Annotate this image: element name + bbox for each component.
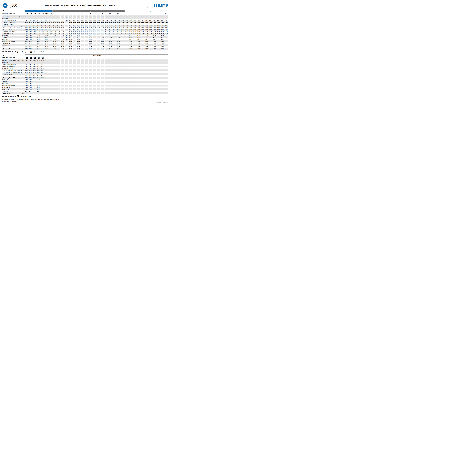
- time-cell: [160, 69, 164, 71]
- time-cell: [101, 71, 104, 73]
- legend-item-text: = nur freitags: [19, 51, 26, 53]
- time-cell: [156, 73, 160, 75]
- time-cell: [136, 86, 140, 88]
- time-cell: 16.51: [85, 19, 88, 21]
- time-cell: [148, 48, 152, 50]
- day-band-white: Sonn-/Feiertag: [124, 10, 168, 12]
- time-cell: [93, 83, 96, 85]
- time-cell: 16.28: [160, 31, 164, 33]
- time-cell: 16.22: [160, 21, 164, 23]
- time-cell: 06.36: [53, 48, 57, 50]
- route-header-box: 300 Zentrum - Rottachstr./Friedhof - Nor…: [10, 3, 148, 8]
- time-cell: 17.20: [164, 15, 168, 19]
- time-cell: [97, 46, 100, 48]
- time-cell: [77, 77, 81, 79]
- time-cell: [101, 79, 104, 81]
- time-cell: [33, 48, 37, 50]
- time-cell: [132, 34, 136, 36]
- time-cell: [101, 86, 104, 88]
- time-cell: [156, 64, 160, 66]
- legend-item-text: = nicht 24. und 31.12.: [33, 51, 45, 53]
- time-cell: [132, 85, 136, 86]
- time-cell: [57, 42, 61, 44]
- table-row: Kempten, Zentrum (ehem. ZUM)(Steig A7)ab…: [2, 60, 168, 64]
- time-cell: [104, 34, 108, 36]
- station-name: - Oberwang DACHSER: [2, 33, 24, 34]
- time-cell: [152, 73, 156, 75]
- table-row: - Adenauerring/Nordbrücke (Steig 1)18.25…: [2, 27, 168, 29]
- time-cell: 17.54: [93, 25, 96, 27]
- table-row: - Sparkasse18.3519.3521.35: [2, 90, 168, 92]
- time-cell: [132, 69, 136, 71]
- time-cell: [156, 75, 160, 77]
- time-cell: [108, 90, 112, 92]
- time-cell: 21.30: [108, 34, 112, 36]
- time-cell: 18.29: [25, 33, 29, 34]
- time-cell: [124, 90, 128, 92]
- time-cell: 17.58: [93, 31, 96, 33]
- time-cell: [152, 88, 156, 90]
- time-cell: 23.31: [45, 36, 49, 38]
- time-cell: 18.29: [97, 33, 100, 34]
- time-cell: [128, 69, 132, 71]
- station-cell: Kempten, Zentrum (ehem. ZUM)(Steig A7)ab: [2, 15, 25, 19]
- time-cell: 19.32: [29, 86, 33, 88]
- time-cell: [49, 77, 52, 79]
- time-cell: 20.28: [33, 31, 37, 33]
- time-cell: 06.20: [53, 15, 57, 19]
- time-cell: [65, 21, 68, 23]
- time-cell: 06.29: [53, 33, 57, 34]
- time-cell: 09.29: [132, 33, 136, 34]
- time-cell: 12.25: [144, 27, 148, 29]
- time-cell: [136, 77, 140, 79]
- time-cell: 15.59: [81, 33, 85, 34]
- time-cell: [117, 73, 120, 75]
- time-cell: [93, 75, 96, 77]
- time-cell: 19.27: [101, 29, 104, 31]
- time-cell: 10.32: [136, 40, 140, 42]
- time-cell: 17.51: [93, 19, 96, 21]
- time-cell: [152, 77, 156, 79]
- time-cell: 07.36: [61, 48, 65, 50]
- time-cell: [77, 64, 81, 66]
- time-cell: 18.27: [25, 73, 29, 75]
- time-cell: 15.32: [77, 42, 81, 44]
- station-cell: - Rottachstr./Breite: [2, 73, 25, 75]
- time-cell: [45, 60, 49, 64]
- time-cell: [140, 42, 144, 44]
- time-cell: 23.31: [117, 36, 120, 38]
- time-cell: [120, 92, 124, 94]
- time-cell: [69, 85, 72, 86]
- time-cell: 15.28: [156, 31, 160, 33]
- hs-badge: HS: [102, 13, 103, 14]
- time-cell: 15.23: [77, 23, 81, 25]
- time-cell: [136, 90, 140, 92]
- time-cell: [112, 60, 116, 64]
- arrival-tag: an: [22, 92, 24, 94]
- time-cell: [85, 75, 88, 77]
- time-cell: [73, 40, 76, 42]
- time-cell: [104, 81, 108, 83]
- time-cell: [73, 83, 76, 85]
- time-cell: [65, 67, 68, 69]
- time-cell: 21.20: [108, 15, 112, 19]
- time-cell: 11.23: [140, 23, 144, 25]
- time-cell: [65, 71, 68, 73]
- time-cell: [69, 92, 72, 94]
- time-cell: [148, 42, 152, 44]
- time-cell: [156, 79, 160, 81]
- time-cell: [85, 34, 88, 36]
- legend-item: Fr= nur freitags: [17, 51, 26, 53]
- time-cell: 23.29: [117, 33, 120, 34]
- hint-cell: HS: [101, 13, 104, 14]
- time-cell: [156, 85, 160, 86]
- timetable-sheet: BUS 300 Zentrum - Rottachstr./Friedhof -…: [0, 0, 168, 119]
- time-cell: 16.24: [160, 25, 164, 27]
- time-cell: 17.52: [93, 21, 96, 23]
- time-cell: [88, 69, 92, 71]
- time-cell: 20.24: [33, 25, 37, 27]
- time-cell: [164, 34, 168, 36]
- time-cell: 18.32: [25, 86, 29, 88]
- time-cell: [97, 44, 100, 46]
- time-cell: [132, 75, 136, 77]
